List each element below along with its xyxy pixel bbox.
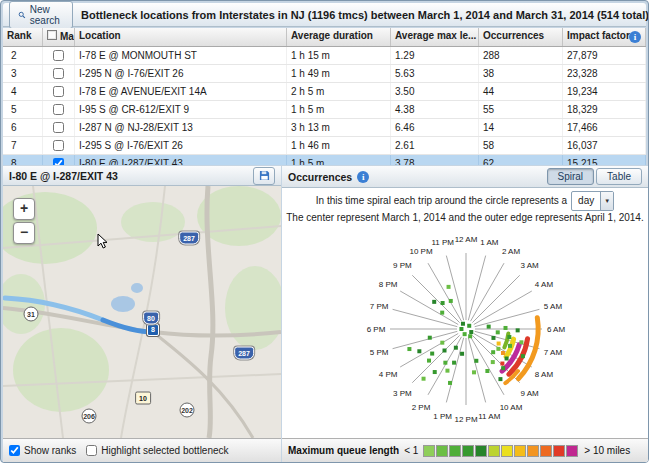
svg-text:4 PM: 4 PM bbox=[379, 370, 398, 379]
duration-cell: 1 h 5 m bbox=[287, 101, 391, 118]
road-shield-10: 10 bbox=[135, 392, 151, 405]
table-row[interactable]: 3 I-295 N @ I-76/EXIT 26 1 h 49 m 5.63 3… bbox=[3, 65, 646, 83]
maxlen-cell: 2.61 bbox=[391, 137, 479, 154]
duration-cell: 1 h 15 m bbox=[287, 47, 391, 64]
top-toolbar: New search Bottleneck locations from Int… bbox=[3, 3, 646, 27]
column-header-occurrences[interactable]: Occurrences bbox=[479, 28, 563, 46]
map-footer: Show ranks Highlight selected bottleneck bbox=[3, 438, 281, 462]
legend-swatch bbox=[449, 445, 461, 457]
table-info-icon[interactable]: i bbox=[629, 31, 641, 43]
duration-cell: 1 h 49 m bbox=[287, 65, 391, 82]
impact-cell: 27,879 bbox=[563, 47, 646, 64]
spiral-view-button[interactable]: Spiral bbox=[547, 168, 595, 185]
page-title: Bottleneck locations from Interstates in… bbox=[81, 9, 649, 21]
legend-swatch bbox=[566, 445, 578, 457]
zoom-out-button[interactable]: − bbox=[13, 222, 35, 244]
map-checkbox[interactable] bbox=[53, 104, 64, 115]
occurrences-title: Occurrences bbox=[288, 171, 352, 183]
rank-cell: 6 bbox=[3, 119, 43, 136]
impact-cell: 19,234 bbox=[563, 83, 646, 100]
column-header-location[interactable]: Location bbox=[75, 28, 287, 46]
legend-min: < 1 bbox=[404, 445, 418, 456]
highlight-bottleneck-option[interactable]: Highlight selected bottleneck bbox=[86, 445, 228, 456]
highlight-bottleneck-checkbox[interactable] bbox=[86, 445, 97, 456]
road-shield-80: 80 bbox=[143, 312, 159, 325]
table-header: Rank Map Location Average duration Avera… bbox=[3, 28, 646, 47]
duration-cell: 2 h 5 m bbox=[287, 83, 391, 100]
location-cell: I-295 S @ I-76/EXIT 26 bbox=[75, 137, 287, 154]
rank-cell: 7 bbox=[3, 137, 43, 154]
map-checkbox[interactable] bbox=[53, 158, 64, 165]
legend-label: Maximum queue length bbox=[288, 445, 399, 456]
rank-cell: 3 bbox=[3, 65, 43, 82]
show-ranks-option[interactable]: Show ranks bbox=[9, 445, 76, 456]
new-search-label: New search bbox=[30, 4, 64, 26]
column-header-avg-duration[interactable]: Average duration bbox=[287, 28, 391, 46]
svg-text:6 AM: 6 AM bbox=[547, 325, 566, 334]
svg-text:7 PM: 7 PM bbox=[370, 302, 389, 311]
legend-swatch bbox=[436, 445, 448, 457]
map-checkbox[interactable] bbox=[53, 50, 64, 61]
map-canvas-overlay: + − 8 287287803110202206 bbox=[3, 186, 281, 438]
impact-cell: 16,037 bbox=[563, 137, 646, 154]
column-header-rank[interactable]: Rank bbox=[3, 28, 43, 46]
svg-text:10 PM: 10 PM bbox=[409, 247, 432, 256]
new-search-button[interactable]: New search bbox=[9, 1, 73, 29]
chevron-down-icon: ▼ bbox=[600, 192, 613, 210]
column-header-avg-max-length[interactable]: Average max le... bbox=[391, 28, 479, 46]
svg-text:10 AM: 10 AM bbox=[500, 403, 523, 412]
legend-swatch bbox=[540, 445, 552, 457]
svg-text:2 PM: 2 PM bbox=[412, 403, 431, 412]
column-header-map[interactable]: Map bbox=[43, 28, 75, 46]
table-view-button[interactable]: Table bbox=[596, 168, 642, 185]
legend-swatch bbox=[423, 445, 435, 457]
maxlen-cell: 5.63 bbox=[391, 65, 479, 82]
map-checkbox[interactable] bbox=[53, 122, 64, 133]
rank-cell: 8 bbox=[3, 155, 43, 165]
search-icon bbox=[18, 9, 26, 21]
occurrences-info-icon[interactable]: i bbox=[357, 171, 369, 183]
bottleneck-marker[interactable]: 8 bbox=[147, 324, 159, 336]
svg-text:7 AM: 7 AM bbox=[544, 348, 563, 357]
occurrences-cell: 38 bbox=[479, 65, 563, 82]
time-spiral-svg: 12 AM1 AM2 AM3 AM4 AM5 AM6 AM7 AM8 AM9 A… bbox=[282, 220, 648, 438]
table-row[interactable]: 6 I-287 N @ NJ-28/EXIT 13 3 h 13 m 6.46 … bbox=[3, 119, 646, 137]
svg-text:3 PM: 3 PM bbox=[393, 389, 412, 398]
svg-text:3 AM: 3 AM bbox=[521, 261, 540, 270]
table-row[interactable]: 4 I-78 E @ AVENUE/EXIT 14A 2 h 5 m 3.50 … bbox=[3, 83, 646, 101]
show-ranks-checkbox[interactable] bbox=[9, 445, 20, 456]
duration-cell: 1 h 46 m bbox=[287, 137, 391, 154]
table-row[interactable]: 8 I-80 E @ I-287/EXIT 43 1 h 5 m 3.78 62… bbox=[3, 155, 646, 165]
map-panel: I-80 E @ I-287/EXIT 43 bbox=[3, 166, 281, 462]
checkbox-grid-icon bbox=[47, 30, 57, 40]
legend-swatch bbox=[501, 445, 513, 457]
legend-swatch bbox=[527, 445, 539, 457]
map-checkbox[interactable] bbox=[53, 68, 64, 79]
map-export-button[interactable] bbox=[253, 167, 275, 185]
map-checkbox[interactable] bbox=[53, 140, 64, 151]
map-canvas[interactable]: + − 8 287287803110202206 bbox=[3, 186, 281, 438]
occurrences-header: Occurrences i Spiral Table bbox=[282, 166, 648, 188]
occurrences-cell: 44 bbox=[479, 83, 563, 100]
rank-cell: 2 bbox=[3, 47, 43, 64]
table-row[interactable]: 2 I-78 E @ MONMOUTH ST 1 h 15 m 1.29 288… bbox=[3, 47, 646, 65]
table-row[interactable]: 5 I-95 S @ CR-612/EXIT 9 1 h 5 m 4.38 55… bbox=[3, 101, 646, 119]
save-icon bbox=[259, 170, 270, 181]
legend-max: > 10 miles bbox=[584, 445, 630, 456]
svg-text:1 PM: 1 PM bbox=[433, 412, 452, 421]
road-shield-287: 287 bbox=[179, 232, 199, 245]
table-row[interactable]: 7 I-295 S @ I-76/EXIT 26 1 h 46 m 2.61 5… bbox=[3, 137, 646, 155]
svg-text:9 PM: 9 PM bbox=[393, 261, 412, 270]
map-panel-title: I-80 E @ I-287/EXIT 43 bbox=[9, 170, 118, 182]
bottleneck-table: Rank Map Location Average duration Avera… bbox=[3, 28, 646, 165]
interval-select[interactable]: day▼ bbox=[571, 191, 614, 211]
svg-text:11 PM: 11 PM bbox=[431, 238, 454, 247]
zoom-in-button[interactable]: + bbox=[13, 198, 35, 220]
spiral-description: In this time spiral each trip around the… bbox=[282, 188, 648, 220]
map-checkbox[interactable] bbox=[53, 86, 64, 97]
location-cell: I-287 N @ NJ-28/EXIT 13 bbox=[75, 119, 287, 136]
svg-text:9 AM: 9 AM bbox=[521, 389, 540, 398]
svg-text:5 PM: 5 PM bbox=[370, 348, 389, 357]
occurrences-cell: 62 bbox=[479, 155, 563, 165]
legend-swatches bbox=[423, 445, 579, 457]
